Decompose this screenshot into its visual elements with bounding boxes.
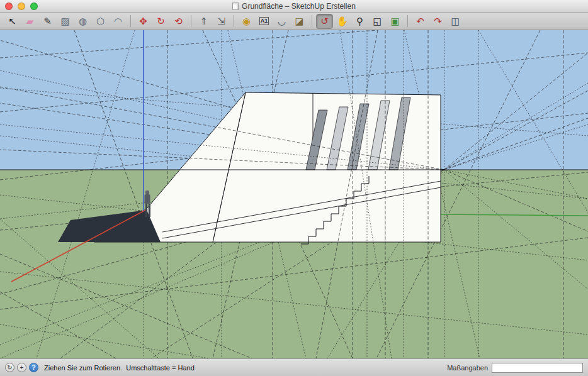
toolbar-separator [130,15,131,27]
status-bar: ↻+? Ziehen Sie zum Rotieren. Umschalttas… [0,358,588,376]
text-tool[interactable]: A1 [256,14,273,29]
farbeimer-tool[interactable]: ◪ [291,14,308,29]
auswaehlen-tool[interactable]: ↖ [4,14,21,29]
massband-icon: ◉ [242,16,251,27]
bogen-tool[interactable]: ◠ [110,14,127,29]
drehen-tool[interactable]: ↻ [152,14,169,29]
vorherige-ansicht-tool[interactable]: ↶ [412,14,429,29]
pan-status-icon[interactable]: + [17,363,26,372]
toolbar-separator [407,15,408,27]
person-figure-leg [145,204,147,217]
zoom-tool[interactable]: ⚲ [351,14,368,29]
vorherige-ansicht-icon: ↶ [416,16,424,27]
close-button[interactable] [5,3,13,10]
orbit-icon: ↺ [320,16,329,27]
maximize-button[interactable] [30,3,38,10]
winkelmesser-tool[interactable]: ◡ [273,14,290,29]
toolbar-separator [191,15,191,27]
viewport[interactable] [0,30,588,358]
orbit-tool[interactable]: ↺ [316,14,333,29]
polygon-icon: ⬡ [96,16,105,27]
toolbar: ↖▰✎▨◍⬡◠✥↻⟲⇑⇲◉A1◡◪↺✋⚲◱▣↶↷◫ [0,13,588,30]
zoom-fenster-icon: ◱ [373,16,382,27]
toolbar-separator [312,15,312,27]
bogen-icon: ◠ [114,16,122,27]
orbit-status-icon[interactable]: ↻ [5,363,14,372]
help-icon[interactable]: ? [29,363,38,372]
rechteck-tool[interactable]: ▨ [57,14,74,29]
text-icon: A1 [259,17,269,25]
versetzen-icon: ⟲ [174,16,183,27]
naechste-ansicht-tool[interactable]: ↷ [429,14,446,29]
traffic-lights [5,3,38,10]
polygon-tool[interactable]: ⬡ [92,14,109,29]
measurements-input[interactable] [492,363,583,373]
massband-tool[interactable]: ◉ [238,14,255,29]
hand-icon: ✋ [336,16,348,27]
skalieren-tool[interactable]: ⇲ [213,14,230,29]
winkelmesser-icon: ◡ [278,16,286,27]
document-icon [232,3,239,10]
radierer-icon: ▰ [26,16,34,27]
window-title-text: Grundfläche – SketchUp Erstellen [242,2,356,11]
kreis-icon: ◍ [79,16,87,27]
measurements-label: Maßangaben [447,364,488,372]
drehen-icon: ↻ [157,16,165,27]
linien-tool[interactable]: ✎ [39,14,56,29]
kreis-tool[interactable]: ◍ [74,14,91,29]
hand-tool[interactable]: ✋ [334,14,351,29]
naechste-ansicht-icon: ↷ [434,16,442,27]
versetzen-tool[interactable]: ⟲ [170,14,187,29]
zoom-grenzen-icon: ▣ [390,16,399,27]
toolbar-separator [234,15,234,27]
rechteck-icon: ▨ [60,16,69,27]
zoom-grenzen-tool[interactable]: ▣ [387,14,404,29]
minimize-button[interactable] [18,3,25,10]
schnittebene-tool[interactable]: ◫ [447,14,464,29]
title-bar: Grundfläche – SketchUp Erstellen [0,0,588,13]
verschieben-tool[interactable]: ✥ [135,14,152,29]
linien-icon: ✎ [43,16,52,27]
person-figure-leg [149,204,150,217]
person-figure-torso [145,194,150,204]
verschieben-icon: ✥ [139,16,147,27]
radierer-tool[interactable]: ▰ [21,14,38,29]
status-icons: ↻+? [5,363,38,372]
skalieren-icon: ⇲ [217,16,225,27]
zoom-icon: ⚲ [356,16,363,27]
auswaehlen-icon: ↖ [8,16,16,27]
schnittebene-icon: ◫ [451,16,460,27]
sketchup-window: Grundfläche – SketchUp Erstellen ↖▰✎▨◍⬡◠… [0,0,588,376]
druecken-ziehen-icon: ⇑ [200,16,208,27]
druecken-ziehen-tool[interactable]: ⇑ [195,14,212,29]
zoom-fenster-tool[interactable]: ◱ [369,14,386,29]
window-title: Grundfläche – SketchUp Erstellen [0,0,588,12]
farbeimer-icon: ◪ [295,16,303,27]
model-canvas[interactable] [0,30,588,358]
person-figure-head [145,191,149,194]
status-hint: Ziehen Sie zum Rotieren. Umschalttaste =… [44,364,195,372]
